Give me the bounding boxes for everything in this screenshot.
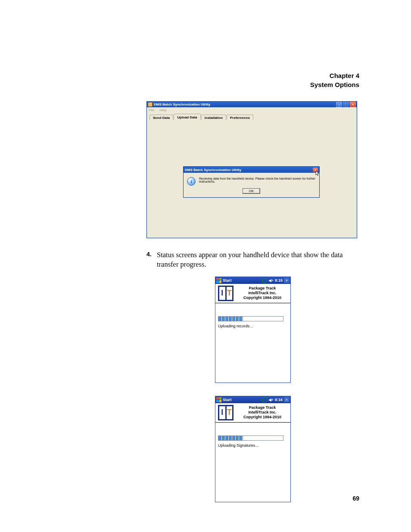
start-label[interactable]: Start <box>223 398 261 402</box>
handheld-2-header-text: Package Track IntelliTrack Inc. Copyrigh… <box>237 405 288 420</box>
copyright: Copyright 1994-2010 <box>237 296 288 300</box>
message-box-title: DMS Batch Synchronization Utility <box>185 168 313 172</box>
start-label[interactable]: Start <box>223 278 261 283</box>
handheld-screen-1: Start ◀× 8:15 × IT Package Track Intelli… <box>215 277 291 383</box>
sync-utility-window: DMS Batch Synchronization Utility – □ × … <box>146 101 357 238</box>
windows-icon <box>216 397 221 402</box>
app-icon <box>148 102 153 107</box>
windows-icon <box>216 278 221 283</box>
chapter-heading: Chapter 4 System Options <box>52 71 359 89</box>
handheld-2-status-icons: ◀× 8:16 × <box>262 397 290 402</box>
page-number: 69 <box>352 495 359 502</box>
handheld-2-progress-fill <box>218 436 243 440</box>
step-4: 4. Status screens appear on your handhel… <box>146 250 359 270</box>
company-name: IntelliTrack Inc. <box>237 410 288 415</box>
menu-file[interactable]: File <box>149 108 154 112</box>
menu-help[interactable]: Help <box>159 108 166 112</box>
intellitrack-logo: IT <box>218 286 234 301</box>
tab-upload-data[interactable]: Upload Data <box>174 114 201 120</box>
step-number: 4. <box>146 250 157 270</box>
tab-row: Send Data Upload Data Installation Prefe… <box>147 113 357 120</box>
handheld-2-header: IT Package Track IntelliTrack Inc. Copyr… <box>215 403 290 423</box>
handheld-2-titlebar: Start ◀× 8:16 × <box>215 396 290 403</box>
message-box-body: i Receiving data from the handheld devic… <box>184 173 319 188</box>
message-box: DMS Batch Synchronization Utility × i Re… <box>183 166 320 198</box>
product-name: Package Track <box>237 286 288 291</box>
step-text: Status screens appear on your handheld d… <box>157 250 359 270</box>
window-titlebar: DMS Batch Synchronization Utility – □ × <box>147 102 357 107</box>
client-area: Send Data Upload Data Installation Prefe… <box>147 113 357 238</box>
maximize-button[interactable]: □ <box>343 102 349 107</box>
handheld-screen-2: Start ◀× 8:16 × IT Package Track Intelli… <box>215 396 291 502</box>
tab-installation[interactable]: Installation <box>201 115 226 120</box>
info-icon: i <box>187 177 196 186</box>
content-column: DMS Batch Synchronization Utility – □ × … <box>146 101 359 502</box>
handheld-1-body: Uploading records… <box>215 303 290 383</box>
tab-send-data[interactable]: Send Data <box>149 115 173 120</box>
handheld-1-close-button[interactable]: × <box>284 277 290 283</box>
window-title: DMS Batch Synchronization Utility <box>154 103 336 106</box>
handheld-1-header-text: Package Track IntelliTrack Inc. Copyrigh… <box>237 286 288 301</box>
handheld-screenshots: Start ◀× 8:15 × IT Package Track Intelli… <box>146 277 359 502</box>
menubar: File Help <box>147 107 357 113</box>
chapter-title: System Options <box>52 80 359 89</box>
handheld-1-time: 8:15 <box>275 278 283 283</box>
speaker-icon: ◀× <box>268 398 274 402</box>
message-box-button-row: OK <box>184 188 319 197</box>
handheld-2-time: 8:16 <box>275 398 283 402</box>
company-name: IntelliTrack Inc. <box>237 291 288 296</box>
handheld-2-progressbar <box>218 436 283 441</box>
close-button[interactable]: × <box>350 102 356 107</box>
handheld-1-titlebar: Start ◀× 8:15 × <box>215 277 290 284</box>
handheld-1-progressbar <box>218 316 283 321</box>
sync-icon <box>262 397 267 402</box>
document-page: Chapter 4 System Options DMS Batch Synch… <box>0 0 411 532</box>
tab-preferences[interactable]: Preferences <box>227 115 253 120</box>
sync-icon <box>262 278 267 283</box>
message-box-text: Receiving data from the handheld device.… <box>199 177 316 183</box>
message-box-close-button[interactable]: × <box>313 168 318 172</box>
handheld-1-header: IT Package Track IntelliTrack Inc. Copyr… <box>215 284 290 303</box>
product-name: Package Track <box>237 405 288 410</box>
handheld-2-body: Uploading Signatures… <box>215 423 290 502</box>
chapter-number: Chapter 4 <box>52 71 359 80</box>
minimize-button[interactable]: – <box>336 102 342 107</box>
tab-pane: DMS Batch Synchronization Utility × i Re… <box>149 120 354 237</box>
intellitrack-logo: IT <box>218 405 234 420</box>
speaker-icon: ◀× <box>268 278 274 283</box>
ok-button[interactable]: OK <box>243 188 261 194</box>
handheld-2-close-button[interactable]: × <box>284 397 290 402</box>
message-box-titlebar: DMS Batch Synchronization Utility × <box>184 167 319 173</box>
copyright: Copyright 1994-2010 <box>237 415 288 420</box>
handheld-2-status: Uploading Signatures… <box>218 443 289 448</box>
handheld-1-progress-fill <box>218 317 243 321</box>
handheld-1-status: Uploading records… <box>218 324 289 328</box>
handheld-1-status-icons: ◀× 8:15 × <box>262 277 290 283</box>
window-buttons: – □ × <box>336 102 356 107</box>
